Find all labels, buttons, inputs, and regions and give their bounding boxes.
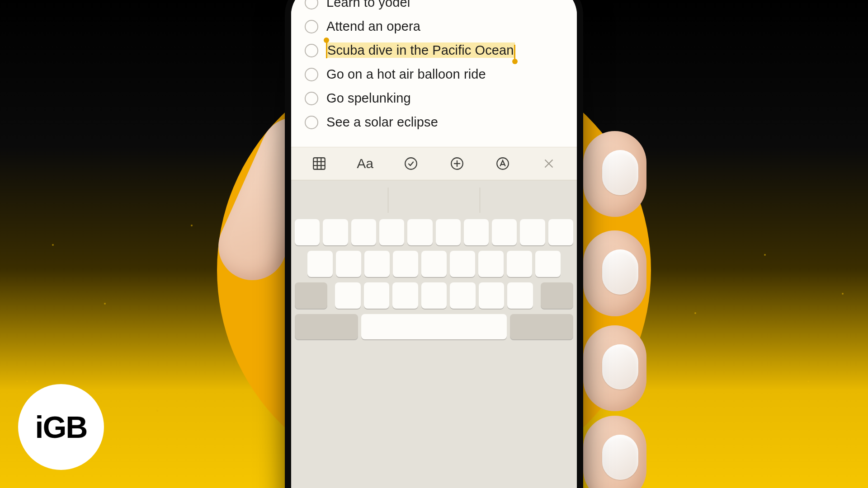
checklist-item-text[interactable]: Go spelunking: [326, 91, 411, 106]
key[interactable]: [548, 219, 573, 245]
checkbox-circle-icon[interactable]: [305, 68, 318, 81]
text-format-button[interactable]: Aa: [355, 154, 375, 174]
keyboard-row-2: [295, 251, 573, 277]
checklist-item-text[interactable]: Go on a hot air balloon ride: [326, 67, 486, 82]
backspace-key[interactable]: [541, 282, 573, 309]
checklist-item[interactable]: Learn to yodel: [305, 0, 563, 14]
check-circle-icon: [403, 156, 419, 171]
onscreen-keyboard[interactable]: [291, 180, 577, 488]
checkbox-circle-icon[interactable]: [305, 0, 318, 9]
key[interactable]: [407, 219, 432, 245]
key[interactable]: [323, 219, 348, 245]
brand-logo: iGB: [18, 384, 104, 470]
brand-logo-text: iGB: [35, 409, 87, 445]
checklist-item[interactable]: Scuba dive in the Pacific Ocean: [305, 38, 563, 62]
key[interactable]: [307, 251, 333, 277]
checklist-item[interactable]: Go on a hot air balloon ride: [305, 62, 563, 86]
selection-handle-end-knob-icon[interactable]: [512, 59, 518, 64]
key[interactable]: [421, 282, 447, 309]
key[interactable]: [464, 219, 489, 245]
checklist-item-text[interactable]: Attend an opera: [326, 19, 420, 34]
key[interactable]: [379, 219, 404, 245]
return-key[interactable]: [510, 314, 573, 339]
key[interactable]: [450, 251, 475, 277]
key[interactable]: [492, 219, 517, 245]
checklist-item[interactable]: Go spelunking: [305, 86, 563, 110]
phone-frame: Learn to yodel Attend an opera Scuba div…: [285, 0, 583, 488]
checklist-item-text-selected[interactable]: Scuba dive in the Pacific Ocean: [326, 43, 515, 58]
svg-rect-0: [313, 158, 325, 169]
selection-highlight[interactable]: Scuba dive in the Pacific Ocean: [326, 42, 515, 58]
key[interactable]: [421, 251, 447, 277]
key[interactable]: [520, 219, 545, 245]
shift-key[interactable]: [295, 282, 327, 309]
table-icon: [311, 156, 327, 171]
key[interactable]: [535, 251, 561, 277]
key[interactable]: [336, 251, 361, 277]
add-attachment-button[interactable]: [447, 154, 467, 174]
pencil-circle-icon: [495, 156, 510, 171]
selection-handle-start-knob-icon[interactable]: [324, 38, 329, 43]
table-button[interactable]: [309, 154, 329, 174]
key[interactable]: [507, 282, 533, 309]
numbers-key[interactable]: [295, 314, 358, 339]
key[interactable]: [351, 219, 376, 245]
svg-point-5: [405, 158, 417, 169]
checklist-item-text[interactable]: See a solar eclipse: [326, 115, 438, 130]
predictive-slot[interactable]: [480, 188, 571, 213]
checkbox-circle-icon[interactable]: [305, 116, 318, 129]
key[interactable]: [436, 219, 461, 245]
key[interactable]: [364, 282, 390, 309]
format-toolbar: Aa: [291, 147, 577, 180]
checklist-item[interactable]: See a solar eclipse: [305, 110, 563, 134]
aa-icon: Aa: [357, 156, 373, 171]
predictive-slot[interactable]: [297, 188, 388, 213]
checklist-item-text[interactable]: Learn to yodel: [326, 0, 410, 10]
keyboard-row-1: [295, 219, 573, 245]
key[interactable]: [364, 251, 390, 277]
checklist-item[interactable]: Attend an opera: [305, 14, 563, 38]
key[interactable]: [507, 251, 532, 277]
key[interactable]: [479, 282, 505, 309]
close-toolbar-button[interactable]: [539, 154, 559, 174]
checkbox-circle-icon[interactable]: [305, 20, 318, 33]
checklist-button[interactable]: [401, 154, 421, 174]
key[interactable]: [450, 282, 476, 309]
keyboard-row-3: [295, 282, 573, 309]
close-icon: [541, 156, 557, 171]
predictive-slot[interactable]: [388, 188, 480, 213]
key[interactable]: [335, 282, 361, 309]
space-key[interactable]: [361, 314, 507, 339]
plus-circle-icon: [449, 156, 465, 171]
checkbox-circle-icon[interactable]: [305, 44, 318, 57]
notes-checklist[interactable]: Learn to yodel Attend an opera Scuba div…: [291, 0, 577, 147]
key[interactable]: [478, 251, 504, 277]
keyboard-row-4: [295, 314, 573, 339]
key[interactable]: [295, 219, 320, 245]
checkbox-circle-icon[interactable]: [305, 92, 318, 105]
key[interactable]: [393, 251, 418, 277]
key[interactable]: [392, 282, 418, 309]
predictive-bar[interactable]: [297, 188, 571, 213]
phone-screen: Learn to yodel Attend an opera Scuba div…: [291, 0, 577, 488]
selection-handle-start-icon[interactable]: [326, 40, 327, 58]
markup-button[interactable]: [493, 154, 513, 174]
